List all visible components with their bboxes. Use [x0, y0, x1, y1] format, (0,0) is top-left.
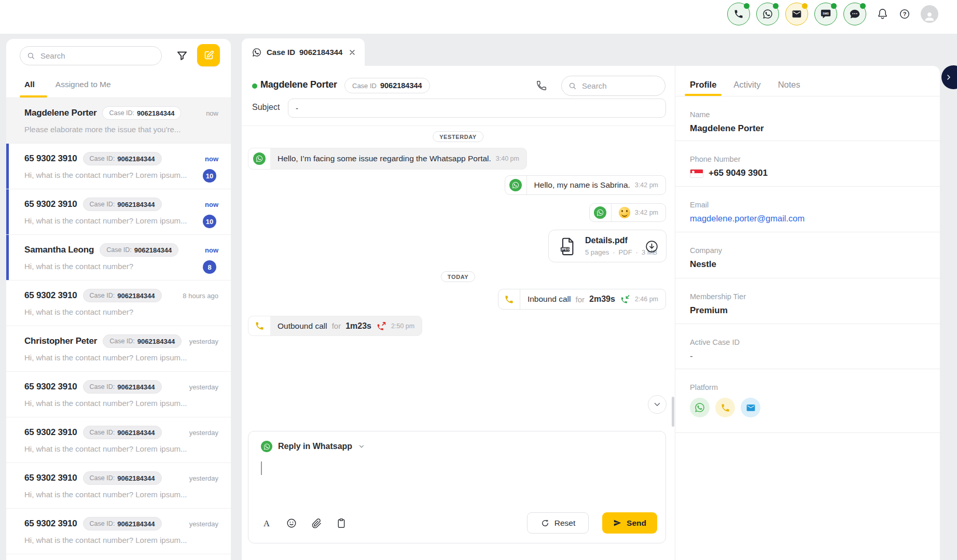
reply-toolbar: Reset Send	[261, 512, 657, 534]
case-id-value: 9062184344	[117, 520, 155, 528]
tab-profile[interactable]: Profile	[690, 73, 716, 96]
scroll-to-bottom-button[interactable]	[648, 395, 667, 414]
subject-input[interactable]	[288, 99, 666, 118]
profile-field-platform: Platform	[675, 369, 940, 433]
conversation-item[interactable]: 65 9302 3910 Case ID: 9062184344 now Hi,…	[6, 144, 231, 189]
tab-activity[interactable]: Activity	[733, 73, 760, 96]
case-id-badge: Case ID: 9062184344	[103, 334, 182, 348]
case-id-badge: Case ID: 9062184344	[100, 243, 178, 257]
channel-email-button[interactable]	[785, 3, 808, 25]
filter-button[interactable]	[175, 49, 189, 63]
collapse-panel-button[interactable]	[941, 65, 957, 89]
emoji-picker-button[interactable]	[286, 517, 297, 529]
case-id-label: Case ID:	[90, 201, 115, 208]
call-infix: for	[332, 321, 341, 330]
conversation-name: Magdelene Porter	[24, 108, 96, 118]
send-button[interactable]: Send	[602, 512, 657, 534]
field-value: -	[690, 351, 940, 361]
chat-search-input[interactable]	[582, 81, 659, 90]
separator-dot: ·	[613, 248, 615, 256]
download-button[interactable]	[645, 240, 659, 254]
reply-channel-selector[interactable]: Reply in Whatsapp	[261, 441, 365, 452]
unread-badge: 10	[203, 169, 216, 183]
channel-whatsapp-button[interactable]	[756, 3, 779, 25]
conversation-item[interactable]: 65 9302 3910 Case ID: 9062184344 yesterd…	[6, 417, 231, 463]
call-duration: 2m39s	[589, 295, 615, 304]
case-id-badge: Case ID: 9062184344	[83, 471, 162, 485]
day-separator-yesterday: YESTERDAY	[433, 131, 483, 142]
tab-all[interactable]: All	[24, 80, 35, 89]
case-id-value: 9062184344	[117, 201, 155, 208]
conversation-item[interactable]: Magdelene Porter Case ID: 9062184344 now…	[6, 98, 231, 144]
channel-chat-button[interactable]	[843, 3, 866, 25]
conversation-preview: Hi, what is the contact number? Lorem ip…	[24, 536, 218, 544]
paperclip-icon	[311, 517, 322, 529]
scrollbar-thumb[interactable]	[672, 397, 674, 427]
field-label: Membership Tier	[690, 292, 940, 301]
tab-assigned-to-me[interactable]: Assigned to Me	[56, 80, 111, 89]
reply-text-area[interactable]	[261, 459, 653, 506]
tab-notes[interactable]: Notes	[778, 73, 800, 96]
channel-phone-button[interactable]	[727, 3, 750, 25]
message-outbound-call[interactable]: Outbound call for 1m23s 2:50 pm	[248, 316, 422, 336]
message-inbound-call[interactable]: Inbound call for 2m39s 2:46 pm	[498, 289, 666, 310]
conversation-item[interactable]: Samantha Leong Case ID: 9062184344 now H…	[6, 235, 231, 281]
case-id-value: 9062184344	[117, 292, 155, 300]
message-outgoing-emoji[interactable]: 3:42 pm	[589, 203, 666, 222]
contact-name: Magdelene Porter	[260, 79, 337, 90]
channel-sms-button[interactable]	[814, 3, 837, 25]
conversation-time: now	[205, 155, 218, 163]
case-tab[interactable]: Case ID 9062184344	[242, 38, 365, 66]
message-incoming-text[interactable]: Hello, I’m facing some issue regarding t…	[248, 148, 527, 170]
conversation-preview: Hi, what is the contact number? Lorem ip…	[24, 399, 218, 408]
conversation-name: 65 9302 3910	[24, 153, 77, 164]
conversation-time: 8 hours ago	[183, 292, 218, 300]
field-value: Premium	[690, 305, 940, 316]
download-icon	[645, 240, 659, 254]
email-link[interactable]: magdelene.porter@gmail.com	[690, 214, 940, 223]
notifications-button[interactable]	[877, 8, 889, 20]
smiley-icon	[286, 517, 297, 529]
message-file-attachment[interactable]: Details.pdf 5 pages · PDF · 3 MB	[548, 230, 667, 262]
conversation-item[interactable]: 65 9302 3910 Case ID: 9062184344 now Hi,…	[6, 189, 231, 235]
format-text-button[interactable]	[261, 517, 272, 529]
message-text: Hello, my name is Sabrina.	[534, 180, 630, 190]
chevron-right-icon	[945, 73, 953, 81]
profile-field-active-case: Active Case ID -	[675, 324, 940, 369]
conversation-item[interactable]: 65 9302 3910 Case ID: 9062184344 yesterd…	[6, 509, 231, 554]
profile-field-company: Company Nestle	[675, 232, 940, 278]
field-value: +65 9049 3901	[709, 168, 768, 178]
phone-icon	[504, 295, 514, 304]
chevron-down-icon	[653, 400, 662, 409]
case-id-label: Case ID:	[106, 246, 132, 254]
templates-button[interactable]	[336, 517, 347, 529]
chat-search[interactable]	[561, 76, 665, 96]
compose-button[interactable]	[197, 44, 220, 66]
call-infix: for	[575, 295, 585, 304]
help-button[interactable]	[899, 8, 910, 20]
phone-outline-icon	[536, 80, 547, 91]
case-id-label: Case ID:	[90, 292, 115, 299]
conversation-name: Christopher Peter	[24, 336, 97, 346]
conversation-item[interactable]: 65 9302 3910 Case ID: 9062184344 yesterd…	[6, 372, 231, 417]
conversation-item[interactable]: Christopher Peter Case ID: 9062184344 ye…	[6, 326, 231, 372]
attach-file-button[interactable]	[311, 517, 322, 529]
sidebar-search[interactable]	[20, 46, 162, 65]
sms-status-dot	[831, 3, 837, 9]
whatsapp-icon	[695, 402, 705, 413]
close-tab-button[interactable]	[348, 48, 356, 57]
reset-button[interactable]: Reset	[527, 512, 589, 534]
compose-icon	[203, 49, 215, 61]
user-avatar[interactable]	[921, 5, 938, 23]
conversation-item[interactable]: 65 9302 3910 Case ID: 9062184344 yesterd…	[6, 463, 231, 509]
envelope-icon	[746, 403, 756, 413]
search-icon	[568, 81, 577, 91]
conversation-time: yesterday	[189, 429, 218, 437]
conversation-name: 65 9302 3910	[24, 519, 77, 529]
call-contact-button[interactable]	[536, 80, 547, 91]
funnel-icon	[175, 49, 189, 63]
platform-email	[741, 398, 760, 417]
message-outgoing-text[interactable]: Hello, my name is Sabrina. 3:42 pm	[505, 175, 666, 195]
conversation-item[interactable]: 65 9302 3910 Case ID: 9062184344 8 hours…	[6, 281, 231, 326]
sidebar-search-input[interactable]	[40, 51, 155, 60]
